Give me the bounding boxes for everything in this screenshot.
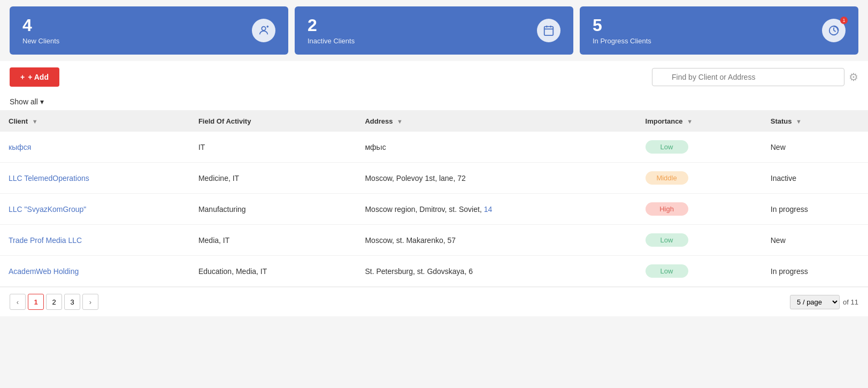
col-client: Client ▼	[0, 111, 190, 132]
inprogress-clients-label: In Progress Clients	[593, 37, 651, 45]
chevron-down-icon: ▾	[40, 97, 44, 106]
address-highlight: 14	[484, 205, 493, 214]
card-inactive-clients[interactable]: 2 Inactive Clients	[295, 6, 573, 55]
importance-badge: Low	[646, 264, 688, 278]
client-link[interactable]: Trade Prof Media LLC	[9, 236, 82, 245]
inprogress-clients-number: 5	[593, 16, 651, 35]
cell-field: Medicine, IT	[190, 163, 357, 194]
new-clients-number: 4	[22, 16, 59, 35]
svg-point-0	[262, 27, 265, 31]
cell-address: St. Petersburg, st. Gdovskaya, 6	[356, 256, 636, 287]
cell-client: AcademWeb Holding	[0, 256, 190, 287]
importance-badge: Low	[646, 233, 688, 247]
total-pages-label: of 11	[843, 298, 858, 306]
page-1-button[interactable]: 1	[28, 294, 44, 310]
inactive-clients-label: Inactive Clients	[308, 37, 355, 45]
cell-status: In progress	[762, 194, 868, 225]
cell-status: New	[762, 225, 868, 256]
cell-importance: Low	[637, 225, 762, 256]
cell-client: LLC "SvyazKomGroup"	[0, 194, 190, 225]
importance-badge: Middle	[646, 171, 688, 185]
next-page-button[interactable]: ›	[82, 294, 98, 310]
cell-status: Inactive	[762, 163, 868, 194]
cell-importance: Low	[637, 132, 762, 163]
cell-importance: Low	[637, 256, 762, 287]
cell-address: мфьıс	[356, 132, 636, 163]
filter-row: Show all ▾	[0, 93, 868, 111]
pagination: ‹ 1 2 3 › 5 / page 10 / page 20 / page o…	[0, 287, 868, 316]
new-clients-label: New Clients	[22, 37, 59, 45]
cell-client: Trade Prof Media LLC	[0, 225, 190, 256]
table-row: LLC "SvyazKomGroup" Manufacturing Moscow…	[0, 194, 868, 225]
client-link[interactable]: LLC "SvyazKomGroup"	[9, 205, 86, 214]
col-field: Field Of Activity	[190, 111, 357, 132]
cell-status: In progress	[762, 256, 868, 287]
importance-filter-icon[interactable]: ▼	[687, 118, 693, 125]
cell-field: Education, Media, IT	[190, 256, 357, 287]
col-importance: Importance ▼	[637, 111, 762, 132]
cell-field: IT	[190, 132, 357, 163]
cell-client: LLC TelemedOperations	[0, 163, 190, 194]
status-filter-icon[interactable]: ▼	[796, 118, 802, 125]
cell-address: Moscow region, Dmitrov, st. Soviet, 14	[356, 194, 636, 225]
importance-badge: Low	[646, 140, 688, 154]
gear-icon: ⚙	[849, 71, 858, 83]
settings-button[interactable]: ⚙	[849, 71, 858, 83]
card-new-clients[interactable]: 4 New Clients	[10, 6, 288, 55]
table-row: AcademWeb Holding Education, Media, IT S…	[0, 256, 868, 287]
cell-importance: High	[637, 194, 762, 225]
col-status: Status ▼	[762, 111, 868, 132]
clients-table-container: Client ▼ Field Of Activity Address ▼ Imp…	[0, 111, 868, 287]
inactive-clients-icon	[537, 19, 560, 42]
per-page-area: 5 / page 10 / page 20 / page of 11	[790, 295, 858, 309]
cell-importance: Middle	[637, 163, 762, 194]
svg-rect-3	[544, 27, 554, 35]
client-filter-icon[interactable]: ▼	[32, 118, 38, 125]
inactive-clients-number: 2	[308, 16, 355, 35]
notification-badge: 1	[840, 17, 848, 24]
table-row: кыфся IT мфьıс Low New	[0, 132, 868, 163]
table-body: кыфся IT мфьıс Low New LLC TelemedOperat…	[0, 132, 868, 287]
table-row: Trade Prof Media LLC Media, IT Moscow, s…	[0, 225, 868, 256]
page-buttons: ‹ 1 2 3 ›	[10, 294, 98, 310]
add-icon: +	[20, 73, 25, 81]
cell-status: New	[762, 132, 868, 163]
address-filter-icon[interactable]: ▼	[397, 118, 403, 125]
cell-address: Moscow, st. Makarenko, 57	[356, 225, 636, 256]
clients-table: Client ▼ Field Of Activity Address ▼ Imp…	[0, 111, 868, 287]
search-wrapper: 🔍	[652, 68, 844, 86]
search-input[interactable]	[652, 68, 844, 86]
col-address: Address ▼	[356, 111, 636, 132]
show-all-button[interactable]: Show all ▾	[10, 97, 44, 106]
page-2-button[interactable]: 2	[46, 294, 62, 310]
toolbar: + + Add 🔍 ⚙	[0, 61, 868, 93]
cell-address: Moscow, Polevoy 1st, lane, 72	[356, 163, 636, 194]
stats-cards: 4 New Clients 2 Inactive Clients	[0, 0, 868, 61]
page-3-button[interactable]: 3	[64, 294, 80, 310]
search-area: 🔍 ⚙	[652, 68, 858, 86]
per-page-select[interactable]: 5 / page 10 / page 20 / page	[790, 295, 840, 309]
importance-badge: High	[646, 202, 688, 216]
prev-page-button[interactable]: ‹	[10, 294, 26, 310]
cell-client: кыфся	[0, 132, 190, 163]
card-inprogress-clients[interactable]: 5 In Progress Clients 1	[580, 6, 858, 55]
add-label: + Add	[28, 73, 49, 81]
cell-field: Manufacturing	[190, 194, 357, 225]
show-all-label: Show all	[10, 97, 38, 106]
table-row: LLC TelemedOperations Medicine, IT Mosco…	[0, 163, 868, 194]
add-button[interactable]: + + Add	[10, 67, 59, 87]
new-clients-icon	[252, 19, 275, 42]
cell-field: Media, IT	[190, 225, 357, 256]
table-header-row: Client ▼ Field Of Activity Address ▼ Imp…	[0, 111, 868, 132]
client-link[interactable]: AcademWeb Holding	[9, 267, 79, 276]
client-name: кыфся	[9, 143, 31, 151]
client-link[interactable]: LLC TelemedOperations	[9, 174, 89, 182]
